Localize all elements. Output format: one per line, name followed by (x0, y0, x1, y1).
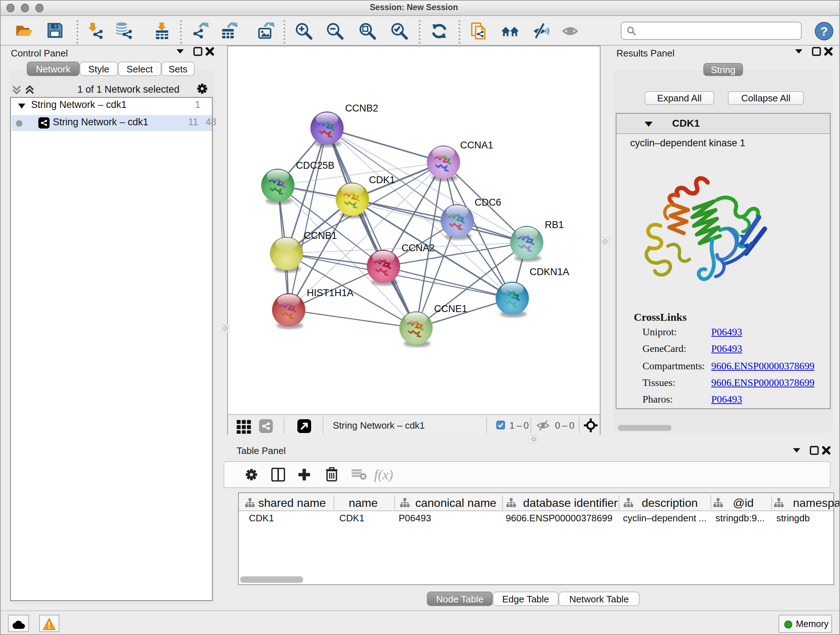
svg-text:CCNA1: CCNA1 (460, 140, 493, 150)
svg-text:CDKN1A: CDKN1A (530, 266, 569, 277)
svg-text:CCNB1: CCNB1 (304, 230, 337, 241)
svg-text:CCNA2: CCNA2 (401, 242, 435, 253)
svg-text:CCNE1: CCNE1 (434, 303, 467, 314)
svg-text:RB1: RB1 (545, 219, 564, 230)
svg-text:CDC25B: CDC25B (296, 160, 335, 171)
svg-text:CDK1: CDK1 (369, 174, 395, 185)
svg-text:CCNB2: CCNB2 (345, 103, 378, 114)
svg-text:?: ? (820, 24, 828, 38)
svg-text:CDC6: CDC6 (475, 197, 501, 208)
svg-text:HIST1H1A: HIST1H1A (307, 287, 354, 298)
